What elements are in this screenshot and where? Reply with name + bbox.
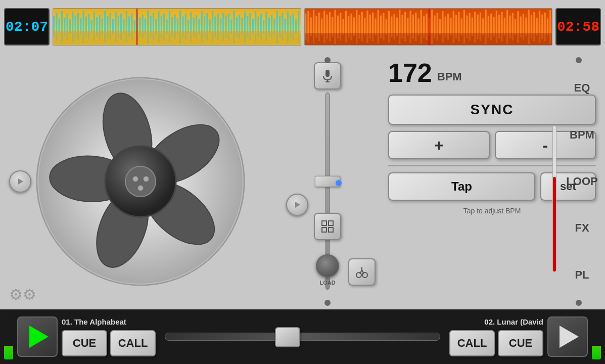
deck2-call-button[interactable]: CALL (449, 330, 495, 356)
left-panel: ⚙⚙ (4, 55, 277, 308)
deck2-cue-button[interactable]: CUE (498, 330, 543, 356)
fx-scissors-button[interactable] (348, 258, 376, 286)
reel-svg (32, 73, 249, 290)
deck1-cue-call: CUE CALL (62, 330, 156, 356)
corner-dot-br (576, 300, 582, 306)
far-right-panel: EQ BPM LOOP FX PL (563, 55, 601, 308)
turntable[interactable] (14, 58, 267, 305)
deck2-track-name: 02. Lunar (David (484, 317, 543, 326)
play-button-left[interactable] (17, 316, 58, 357)
deck1-track-name: 01. The Alphabeat (62, 317, 126, 326)
svg-point-200 (144, 176, 149, 181)
play-button-right[interactable] (547, 316, 588, 357)
waveform-deck1[interactable] (53, 8, 301, 46)
deck1-info: 01. The Alphabeat CUE CALL (62, 317, 156, 356)
svg-rect-134 (407, 18, 408, 35)
svg-rect-94 (136, 9, 137, 45)
load-area: LOAD (316, 254, 339, 286)
svg-rect-189 (428, 9, 429, 45)
svg-rect-102 (320, 18, 322, 35)
corner-dot-top (324, 57, 331, 63)
deck2-time: 02:58 (555, 8, 601, 46)
loop-label[interactable]: LOOP (566, 175, 597, 188)
svg-rect-174 (515, 19, 516, 34)
svg-rect-122 (375, 18, 376, 35)
deck2-cue-call: CALL CUE (449, 330, 543, 356)
svg-rect-154 (460, 18, 462, 35)
middle-panel: LOAD (277, 55, 378, 308)
bpm-unit: BPM (437, 63, 462, 83)
deck2-info: 02. Lunar (David CALL CUE (449, 317, 543, 356)
crossfader-container (160, 333, 445, 341)
waveform-deck2[interactable] (304, 8, 553, 46)
svg-rect-170 (503, 18, 505, 35)
svg-rect-203 (325, 70, 330, 77)
crossfader-handle[interactable] (275, 327, 300, 347)
svg-rect-146 (439, 19, 441, 34)
svg-point-199 (133, 176, 138, 181)
svg-rect-210 (329, 228, 333, 232)
tap-button[interactable]: Tap (388, 172, 535, 201)
grid-button[interactable] (314, 213, 341, 240)
corner-dot-tr (576, 57, 582, 63)
play-mid-button[interactable] (286, 194, 308, 216)
svg-rect-138 (417, 18, 419, 35)
deck1-cue-button[interactable]: CUE (62, 330, 107, 356)
svg-rect-126 (385, 19, 387, 34)
top-bar: 02:07 (4, 4, 601, 50)
bpm-side-label[interactable]: BPM (570, 128, 594, 142)
fx-label[interactable]: FX (575, 221, 589, 235)
plus-button[interactable]: + (388, 131, 490, 159)
pitch-dot (336, 180, 342, 186)
bottom-bar: 01. The Alphabeat CUE CALL 02. Lunar (Da… (0, 309, 605, 364)
svg-marker-206 (295, 202, 300, 208)
main-area: ⚙⚙ (4, 55, 601, 308)
bpm-fill (553, 177, 556, 271)
vol-meter-right (592, 314, 601, 359)
load-knob[interactable] (316, 254, 339, 278)
bpm-value: 172 (388, 60, 432, 86)
svg-rect-162 (482, 18, 484, 35)
svg-point-198 (125, 166, 156, 197)
eq-label[interactable]: EQ (574, 81, 590, 95)
deck1-call-button[interactable]: CALL (110, 330, 156, 356)
svg-rect-208 (329, 221, 333, 225)
svg-rect-150 (450, 18, 451, 35)
bpm-track[interactable] (552, 125, 556, 272)
svg-point-201 (138, 186, 143, 191)
svg-rect-110 (342, 19, 344, 34)
svg-rect-186 (546, 18, 548, 35)
pl-label[interactable]: PL (575, 268, 589, 282)
load-label: LOAD (319, 280, 335, 286)
svg-rect-209 (322, 228, 327, 232)
svg-rect-93 (53, 31, 301, 45)
svg-rect-207 (322, 221, 327, 225)
mic-button[interactable] (314, 62, 341, 89)
vol-meter-left (4, 314, 13, 359)
crossfader-track[interactable] (165, 333, 440, 341)
bpm-slider-container (549, 125, 560, 272)
svg-rect-118 (364, 18, 365, 35)
settings-icon[interactable]: ⚙⚙ (9, 286, 36, 303)
deck1-time: 02:07 (4, 8, 50, 46)
svg-rect-182 (536, 18, 537, 35)
corner-dot-bottom (324, 300, 331, 306)
